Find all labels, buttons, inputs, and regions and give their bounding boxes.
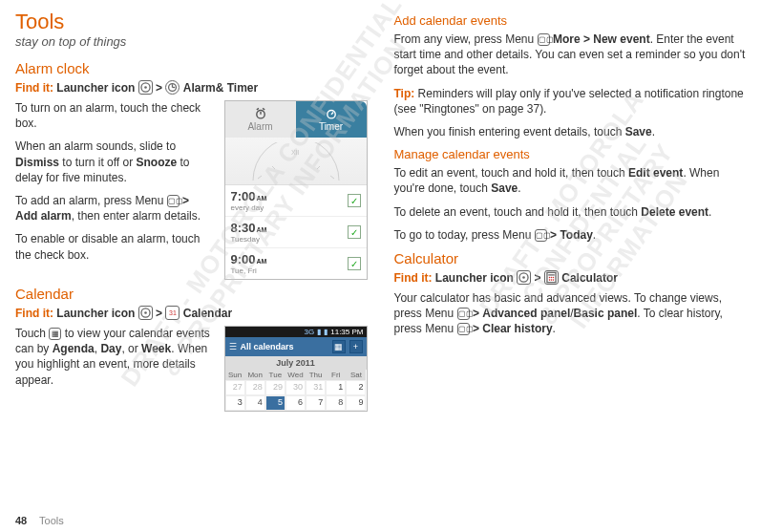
section-add-events: Add calendar events <box>394 13 747 28</box>
launcher-icon <box>138 80 153 95</box>
svg-point-1 <box>144 86 147 89</box>
menu-icon: ▢▢ <box>457 323 470 335</box>
svg-line-14 <box>317 166 320 169</box>
cal-day[interactable]: 29 <box>265 380 285 395</box>
signal-3g-icon: 3G <box>305 328 315 336</box>
cal-day[interactable]: 28 <box>245 380 265 395</box>
calendar-month: July 2011 <box>225 356 367 370</box>
calendar-toolbar: ☰ All calendars ▦ + <box>225 337 367 356</box>
alarm-app-icon <box>165 80 180 95</box>
alarm-tab-alarm[interactable]: Alarm <box>225 101 296 138</box>
alarm-row-2[interactable]: 8:30AM Tuesday ✓ <box>225 217 367 248</box>
section-calculator: Calculator <box>394 250 747 266</box>
cal-day[interactable]: 8 <box>326 395 346 411</box>
page-subtitle: stay on top of things <box>15 34 368 49</box>
findit-app-name: Alarm& Timer <box>183 81 258 95</box>
timer-tab-label: Timer <box>319 121 343 132</box>
calendar-grid: Sun Mon Tue Wed Thu Fri Sat 27 28 29 30 … <box>225 370 367 411</box>
dow: Tue <box>265 370 285 380</box>
chevron-icon: > <box>473 307 479 320</box>
cal-day[interactable]: 4 <box>245 395 265 411</box>
calendar-view-toggle[interactable]: ▦ <box>332 340 346 353</box>
findit-app-name: Calendar <box>183 307 232 320</box>
launcher-icon <box>517 270 531 285</box>
alarm-time: 9:00 <box>231 252 256 266</box>
calendar-list-icon[interactable]: ☰ <box>229 342 237 351</box>
alarm-checkbox[interactable]: ✓ <box>348 257 361 270</box>
alarm-checkbox[interactable]: ✓ <box>348 225 361 239</box>
cal-day-today[interactable]: 5 <box>265 395 285 411</box>
alarm-row-1[interactable]: 7:00AM every day ✓ <box>225 185 367 217</box>
calendar-view-icon: ▦ <box>49 328 61 340</box>
svg-text:XII: XII <box>291 149 300 156</box>
cal-day[interactable]: 30 <box>285 380 306 395</box>
alarm-dial: XII <box>225 138 367 185</box>
cal-day[interactable]: 31 <box>306 380 326 395</box>
calendar-add-button[interactable]: + <box>349 340 363 353</box>
alarm-tabs: Alarm Timer <box>225 101 367 138</box>
status-time: 11:35 PM <box>330 328 363 336</box>
cal-day[interactable]: 1 <box>326 380 346 395</box>
chevron-icon: > <box>583 32 590 46</box>
findit-calendar: Find it: Launcher icon > 31 Calendar <box>15 306 368 320</box>
calculator-p1: Your calculator has basic and advanced v… <box>394 290 747 337</box>
launcher-icon <box>138 306 153 320</box>
svg-point-19 <box>522 276 525 279</box>
status-bar: 3G ▮ ▮ 11:35 PM <box>225 327 367 337</box>
add-events-p1: From any view, press Menu ▢▢ More > New … <box>394 32 747 78</box>
findit-label: Find it: <box>15 307 53 320</box>
svg-point-22 <box>549 277 551 279</box>
svg-point-25 <box>549 279 551 281</box>
add-events-p2: When you finish entering event details, … <box>394 124 747 139</box>
alarm-time: 7:00 <box>231 189 256 203</box>
cal-day[interactable]: 3 <box>225 395 245 411</box>
cal-day[interactable]: 27 <box>225 380 245 395</box>
footer-section: Tools <box>39 515 64 526</box>
left-column: Tools stay on top of things Alarm clock … <box>15 10 368 506</box>
cal-day[interactable]: 6 <box>285 395 306 411</box>
calendar-title[interactable]: All calendars <box>241 342 328 351</box>
manage-p2: To delete an event, touch and hold it, t… <box>394 204 747 220</box>
alarm-tab-label: Alarm <box>247 121 272 132</box>
calculator-app-icon <box>544 270 559 285</box>
menu-icon: ▢▢ <box>167 195 180 207</box>
add-events-tip: Tip: Reminders will play only if you've … <box>394 86 747 117</box>
cal-day[interactable]: 7 <box>306 395 326 411</box>
alarm-tab-timer[interactable]: Timer <box>296 101 367 138</box>
alarm-repeat: every day <box>231 203 267 212</box>
findit-app-name: Calculator <box>561 271 618 285</box>
svg-line-15 <box>330 176 334 179</box>
findit-calculator: Find it: Launcher icon > Calculator <box>394 270 747 285</box>
cal-day[interactable]: 9 <box>346 395 366 411</box>
findit-label: Find it: <box>15 81 53 95</box>
cal-day[interactable]: 2 <box>346 380 366 395</box>
dow: Sun <box>225 370 245 380</box>
chevron-icon: > <box>535 271 541 285</box>
alarm-repeat: Tue, Fri <box>231 266 267 275</box>
manage-p3: To go to today, press Menu ▢▢ > Today. <box>394 227 747 243</box>
menu-icon: ▢▢ <box>535 229 547 242</box>
svg-line-7 <box>256 108 258 109</box>
alarm-repeat: Tuesday <box>231 235 267 244</box>
alarm-row-3[interactable]: 9:00AM Tue, Fri ✓ <box>225 248 367 279</box>
svg-line-8 <box>263 108 264 109</box>
dow: Fri <box>326 370 346 380</box>
alarm-ampm: AM <box>257 258 267 265</box>
findit-launcher-text: Launcher icon <box>435 271 514 285</box>
section-alarm-clock: Alarm clock <box>15 60 368 76</box>
section-manage-events: Manage calendar events <box>394 147 747 161</box>
menu-icon: ▢▢ <box>457 308 470 320</box>
alarm-ampm: AM <box>257 226 267 233</box>
battery-icon: ▮ <box>324 328 328 336</box>
signal-bars-icon: ▮ <box>317 328 321 336</box>
dow: Mon <box>245 370 265 380</box>
dow: Thu <box>306 370 326 380</box>
alarm-checkbox[interactable]: ✓ <box>348 194 361 207</box>
page-footer: 48 Tools <box>15 515 64 526</box>
svg-line-11 <box>258 176 262 179</box>
findit-launcher-text: Launcher icon <box>56 81 135 95</box>
findit-launcher-text: Launcher icon <box>56 307 135 320</box>
section-calendar: Calendar <box>15 286 368 302</box>
page-title: Tools <box>15 10 368 34</box>
chevron-icon: > <box>156 307 162 320</box>
